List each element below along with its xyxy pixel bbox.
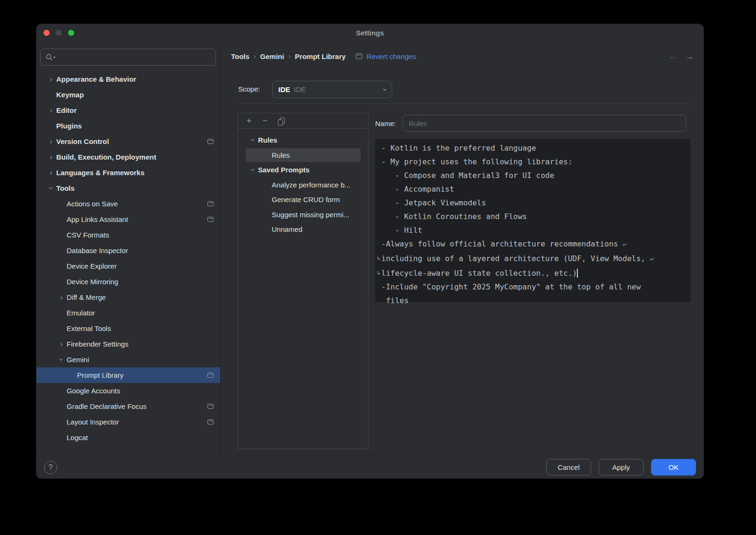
prompt-tree-label: Saved Prompts [258,166,309,174]
editor-line: - Accompanist [381,182,687,196]
remove-button[interactable]: − [257,115,273,127]
settings-body: ▾ ›Appearance & BehaviorKeymap›EditorPlu… [36,42,704,456]
sidebar-item-label: Version Control [56,137,109,145]
breadcrumb-separator: › [288,52,291,60]
sidebar-item-gradle-declarative-focus[interactable]: Gradle Declarative Focus [36,399,220,414]
sidebar-item-logcat[interactable]: Logcat [36,430,220,445]
sidebar-item-tools[interactable]: ›Tools [36,180,220,196]
scope-label: Scope: [238,85,260,93]
chevron-right-icon[interactable]: › [46,153,56,161]
breadcrumb-item-prompt-library[interactable]: Prompt Library [295,52,346,60]
chevron-down-icon[interactable]: › [249,135,257,145]
sidebar-item-keymap[interactable]: Keymap [36,87,220,102]
sidebar-item-google-accounts[interactable]: Google Accounts [36,383,220,399]
sidebar-item-firebender-settings[interactable]: ›Firebender Settings [36,336,220,352]
sidebar-item-emulator[interactable]: Emulator [36,305,220,321]
sidebar-item-device-mirroring[interactable]: Device Mirroring [36,274,220,289]
chevron-down-icon[interactable]: › [58,355,66,365]
prompt-tree-item-suggest-missing-permi[interactable]: Suggest missing permi... [238,207,368,222]
forward-button[interactable]: → [685,51,694,62]
ok-button[interactable]: OK [651,459,696,476]
sidebar-item-label: Gemini [67,356,89,364]
sidebar-item-device-explorer[interactable]: Device Explorer [36,258,220,274]
sidebar-item-build-execution-deployment[interactable]: ›Build, Execution, Deployment [36,149,220,165]
prompt-textarea[interactable]: - Kotlin is the preferred language- My p… [375,139,690,302]
sidebar-item-database-inspector[interactable]: Database Inspector [36,243,220,258]
chevron-down-icon[interactable]: › [47,183,55,194]
sidebar-item-actions-on-save[interactable]: Actions on Save [36,196,220,212]
chevron-right-icon[interactable]: › [46,169,56,177]
sidebar-item-editor[interactable]: ›Editor [36,102,220,118]
footer-bar: ? Cancel Apply OK [36,456,704,478]
sidebar-item-csv-formats[interactable]: CSV Formats [36,227,220,243]
breadcrumb-separator: › [254,52,256,60]
editor-line: - Kotlin is the preferred language [381,141,687,155]
chevron-down-icon[interactable]: › [249,165,257,175]
sidebar-item-app-links-assistant[interactable]: App Links Assistant [36,212,220,227]
sidebar-item-plugins[interactable]: Plugins [36,118,220,134]
sidebar-item-diff-merge[interactable]: ›Diff & Merge [36,289,220,305]
header-divider [238,103,691,104]
editor-line: - Kotlin Coroutines and Flows [381,210,687,223]
editor-line: - Compose and Material3 for UI code [381,169,687,182]
prompt-tree-item-rules[interactable]: Rules [238,148,368,163]
modified-badge-icon [207,217,214,222]
editor-line: -Always follow official architecture rec… [381,237,687,252]
soft-wrap-start-icon: ↳ [376,266,381,280]
apply-button[interactable]: Apply [599,459,644,476]
editor-line-text: - Kotlin is the preferred language [381,144,536,153]
sidebar-item-gemini[interactable]: ›Gemini [36,352,220,367]
add-button[interactable]: + [241,115,257,127]
sidebar-item-appearance-behavior[interactable]: ›Appearance & Behavior [36,71,220,87]
editor-line: - Hilt [381,223,687,237]
modified-badge-icon [207,373,214,378]
soft-wrap-end-icon: ↵ [623,241,627,248]
prompt-tree-item-generate-crud-form[interactable]: Generate CRUD form [238,192,368,207]
editor-line: - My project uses the following librarie… [381,155,687,169]
soft-wrap-end-icon: ↵ [650,256,654,263]
editor-line: - Jetpack Viewmodels [381,196,687,210]
search-input[interactable] [59,53,211,61]
scope-dropdown[interactable]: IDE IDE › [272,81,392,98]
sidebar-item-external-tools[interactable]: External Tools [36,321,220,336]
desktop-background: Settings ▾ ›Appearance & BehaviorKeymap›… [0,0,756,535]
name-label: Name: [375,119,396,127]
help-button[interactable]: ? [44,461,57,474]
sidebar-item-prompt-library[interactable]: Prompt Library [36,367,220,383]
chevron-right-icon[interactable]: › [46,137,56,145]
sidebar-item-label: Tools [56,184,75,192]
chevron-right-icon[interactable]: › [56,293,67,301]
sidebar-item-languages-frameworks[interactable]: ›Languages & Frameworks [36,165,220,180]
editor-line-text: lifecycle-aware UI state collection., et… [381,269,577,278]
editor-line: files [381,294,687,307]
breadcrumb-item-gemini[interactable]: Gemini [260,52,284,60]
cancel-button[interactable]: Cancel [546,459,591,476]
chevron-right-icon[interactable]: › [46,75,56,83]
settings-window: Settings ▾ ›Appearance & BehaviorKeymap›… [36,24,704,479]
chevron-right-icon[interactable]: › [46,106,56,114]
search-field[interactable]: ▾ [40,49,216,66]
sidebar-item-layout-inspector[interactable]: Layout Inspector [36,414,220,430]
sidebar-item-label: Appearance & Behavior [56,75,136,83]
prompt-tree-group-rules[interactable]: ›Rules [238,133,368,148]
breadcrumb-item-tools[interactable]: Tools [231,52,249,60]
name-input[interactable] [403,115,686,132]
duplicate-button[interactable] [273,115,289,127]
search-icon [45,53,53,61]
sidebar-item-label: Layout Inspector [67,418,119,426]
back-button[interactable]: ← [668,51,677,62]
modified-badge-icon [207,419,214,425]
settings-sidebar: ▾ ›Appearance & BehaviorKeymap›EditorPlu… [36,42,221,456]
breadcrumb: Tools›Gemini›Prompt LibraryRevert change… [231,51,416,62]
prompt-tree-item-analyze-performance-b[interactable]: Analyze performance b... [238,178,368,193]
editor-line: ↳lifecycle-aware UI state collection., e… [381,266,687,280]
prompt-tree-label: Generate CRUD form [272,195,340,204]
chevron-right-icon[interactable]: › [56,340,67,348]
revert-changes-link[interactable]: Revert changes [367,52,416,60]
sidebar-item-label: Database Inspector [67,246,128,255]
prompt-tree-item-unnamed[interactable]: Unnamed [238,222,368,237]
prompt-tree-group-saved-prompts[interactable]: ›Saved Prompts [238,162,368,178]
sidebar-item-version-control[interactable]: ›Version Control [36,134,220,149]
revert-changes: Revert changes [356,52,416,60]
sidebar-item-label: Gradle Declarative Focus [67,402,146,410]
